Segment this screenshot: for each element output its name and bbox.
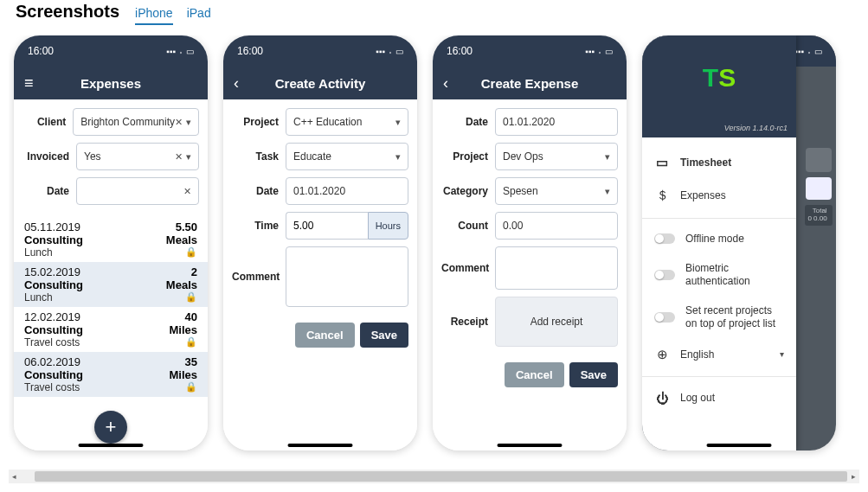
navbar: ‹ Create Expense xyxy=(433,67,627,99)
add-receipt-button[interactable]: Add receipt xyxy=(495,297,618,347)
expense-amount: 2 xyxy=(191,265,197,278)
lock-icon: 🔒 xyxy=(185,381,197,393)
status-time: 16:00 xyxy=(28,45,54,57)
chevron-down-icon: ▾ xyxy=(605,186,610,197)
expense-desc: Travel costs xyxy=(24,336,80,348)
back-icon[interactable]: ‹ xyxy=(443,74,448,93)
nav-expenses[interactable]: ＄Expenses xyxy=(642,179,796,213)
expense-category: Meals xyxy=(166,233,197,246)
status-bar: 16:00 ▪▪▪⬫▭ xyxy=(433,35,627,67)
task-label: Task xyxy=(232,150,286,163)
expense-row[interactable]: 15.02.20192ConsultingMealsLunch🔒 xyxy=(14,262,208,307)
signal-icon: ▪▪▪ xyxy=(166,47,176,56)
project-select[interactable]: Dev Ops▾ xyxy=(495,143,618,170)
switch-icon[interactable] xyxy=(654,270,675,280)
date-input[interactable]: 01.01.2020 xyxy=(495,108,618,136)
date-input[interactable]: 01.01.2020 xyxy=(286,177,408,205)
tab-ipad[interactable]: iPad xyxy=(187,6,211,25)
expense-desc: Travel costs xyxy=(24,381,80,393)
menu-icon[interactable]: ≡ xyxy=(24,74,34,93)
expense-amount: 5.50 xyxy=(176,220,197,233)
navbar-title: Expenses xyxy=(80,76,141,91)
client-select[interactable]: Brighton Community ✕▾ xyxy=(73,108,199,136)
dimmed-select xyxy=(806,148,832,172)
save-button[interactable]: Save xyxy=(569,362,618,387)
cancel-button[interactable]: Cancel xyxy=(505,362,564,387)
expense-row[interactable]: 05.11.20195.50ConsultingMealsLunch🔒 xyxy=(14,217,208,262)
date-label: Date xyxy=(23,185,76,197)
task-select[interactable]: Educate▾ xyxy=(286,143,408,170)
version-text: Version 1.14.0-rc1 xyxy=(724,124,788,132)
expense-row[interactable]: 12.02.201940ConsultingMilesTravel costs🔒 xyxy=(14,307,208,352)
date-label: Date xyxy=(441,116,495,128)
toggle-offline[interactable]: Offline mode xyxy=(642,224,796,253)
comment-textarea[interactable] xyxy=(495,246,618,290)
dollar-icon: ＄ xyxy=(654,188,670,204)
signal-icon: ▪▪▪ xyxy=(376,47,385,56)
project-label: Project xyxy=(441,150,495,163)
screenshot-carousel[interactable]: 16:00 ▪▪▪ ⬫ ▭ ≡ Expenses Client Brighton… xyxy=(9,35,859,459)
lock-icon: 🔒 xyxy=(185,246,197,259)
plus-icon: + xyxy=(106,416,117,438)
status-bar: 16:00 ▪▪▪⬫▭ xyxy=(223,35,417,67)
toggle-recent-projects[interactable]: Set recent projects on top of project li… xyxy=(642,296,796,338)
scrollbar-thumb[interactable] xyxy=(35,471,848,482)
screenshot-expenses: 16:00 ▪▪▪ ⬫ ▭ ≡ Expenses Client Brighton… xyxy=(14,35,208,450)
comment-label: Comment xyxy=(441,262,495,274)
expense-project: Consulting xyxy=(24,323,83,336)
cancel-button[interactable]: Cancel xyxy=(295,323,355,348)
nav-timesheet[interactable]: ▭Timesheet xyxy=(642,146,796,179)
tab-iphone[interactable]: iPhone xyxy=(135,6,173,25)
wifi-icon: ⬫ xyxy=(178,47,183,56)
screenshot-create-activity: 16:00 ▪▪▪⬫▭ ‹ Create Activity ProjectC++… xyxy=(223,35,417,450)
divider xyxy=(642,218,796,219)
home-indicator xyxy=(498,444,563,447)
dimmed-total: Total 0 0.00 xyxy=(805,205,832,226)
lock-icon: 🔒 xyxy=(185,336,197,348)
expense-project: Consulting xyxy=(24,278,83,291)
chevron-down-icon: ▾ xyxy=(186,117,191,128)
switch-icon[interactable] xyxy=(654,233,675,244)
clear-icon[interactable]: ✕ xyxy=(175,117,183,128)
clear-icon[interactable]: ✕ xyxy=(175,151,183,163)
home-indicator xyxy=(79,444,144,447)
calendar-icon: ▭ xyxy=(654,155,670,170)
invoiced-select[interactable]: Yes ✕▾ xyxy=(76,143,199,170)
screenshot-create-expense: 16:00 ▪▪▪⬫▭ ‹ Create Expense Date01.01.2… xyxy=(433,35,627,450)
expense-amount: 35 xyxy=(185,355,197,368)
status-time: 16:00 xyxy=(237,45,263,57)
scroll-right-icon[interactable]: ▸ xyxy=(847,472,859,481)
language-select[interactable]: ⊕English▾ xyxy=(642,338,796,371)
add-button[interactable]: + xyxy=(94,411,127,444)
date-label: Date xyxy=(232,185,286,197)
project-label: Project xyxy=(232,116,286,128)
client-label: Client xyxy=(23,116,73,128)
lock-icon: 🔒 xyxy=(185,291,197,304)
comment-textarea[interactable] xyxy=(286,246,408,307)
count-input[interactable]: 0.00 xyxy=(495,212,618,240)
date-input[interactable]: ✕ xyxy=(76,177,199,205)
expense-row[interactable]: 06.02.201935ConsultingMilesTravel costs🔒 xyxy=(14,352,208,397)
save-button[interactable]: Save xyxy=(360,323,408,348)
category-select[interactable]: Spesen▾ xyxy=(495,177,618,205)
switch-icon[interactable] xyxy=(654,312,675,323)
navbar-title: Create Activity xyxy=(275,76,366,91)
clear-icon[interactable]: ✕ xyxy=(183,186,191,197)
time-input[interactable]: 5.00 Hours xyxy=(286,212,408,240)
app-logo: TS xyxy=(642,63,796,93)
drawer-header: TS Version 1.14.0-rc1 xyxy=(642,35,796,137)
logout-button[interactable]: ⏻Log out xyxy=(642,382,796,414)
comment-label: Comment xyxy=(232,271,286,283)
divider xyxy=(642,376,796,377)
time-unit-toggle[interactable]: Hours xyxy=(368,212,408,240)
navigation-drawer: TS Version 1.14.0-rc1 ▭Timesheet ＄Expens… xyxy=(642,35,796,450)
back-icon[interactable]: ‹ xyxy=(234,74,239,93)
project-select[interactable]: C++ Education▾ xyxy=(286,108,408,136)
toggle-biometric[interactable]: Biometric authentication xyxy=(642,253,796,296)
horizontal-scrollbar[interactable]: ◂ ▸ xyxy=(9,470,859,483)
battery-icon: ▭ xyxy=(605,47,613,56)
power-icon: ⏻ xyxy=(654,391,670,406)
navbar-title: Create Expense xyxy=(481,76,579,91)
expense-date: 05.11.2019 xyxy=(24,220,80,233)
scroll-left-icon[interactable]: ◂ xyxy=(9,472,21,481)
